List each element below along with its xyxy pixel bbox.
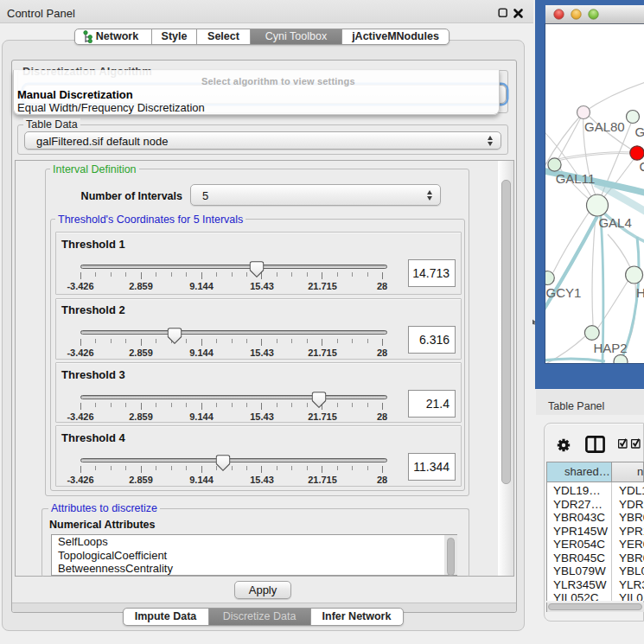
svg-text:GAL80: GAL80 xyxy=(584,119,625,134)
svg-text:GAL11: GAL11 xyxy=(556,171,596,186)
svg-text:GCY1: GCY1 xyxy=(546,285,582,300)
svg-text:H: H xyxy=(636,285,644,300)
svg-text:C: C xyxy=(640,159,644,174)
svg-text:GA: GA xyxy=(635,124,644,139)
svg-text:HAP2: HAP2 xyxy=(594,341,628,355)
svg-text:GAL4: GAL4 xyxy=(598,215,631,230)
